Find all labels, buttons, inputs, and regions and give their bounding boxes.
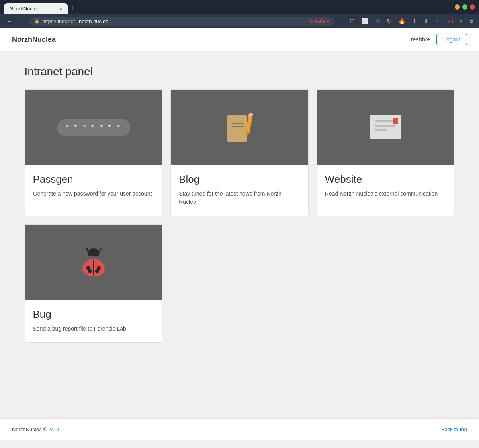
fire-icon[interactable]: 🔥 — [397, 17, 407, 25]
blog-card-body: Blog Stay tuned for the latest news from… — [171, 165, 308, 216]
passgen-card-title: Passgen — [33, 173, 154, 186]
user-name: reahbre — [411, 36, 430, 43]
active-tab[interactable]: NorzhNuclea × — [4, 3, 68, 14]
blog-card-title: Blog — [179, 173, 300, 186]
antenna-dot-right — [99, 248, 102, 250]
unsafe-badge: Unsafe ● — [310, 18, 329, 24]
bug-card-body: Bug Send a bug report file to Forensic L… — [25, 300, 162, 342]
password-display: * * * * * * * — [57, 119, 130, 136]
passgen-card[interactable]: * * * * * * * Passgen Generate a new pas… — [25, 89, 163, 216]
ladybug-spot-4 — [95, 269, 99, 273]
site-footer: NorzhNuclea © v0.1 Back to top — [0, 418, 479, 440]
back-button[interactable]: ← — [4, 16, 14, 26]
window-controls — [455, 4, 475, 12]
env-line-2 — [375, 125, 396, 127]
browser-tabs: NorzhNuclea × + — [4, 2, 453, 14]
download-icon[interactable]: ⬇ — [422, 17, 430, 25]
tab-title: NorzhNuclea — [10, 6, 39, 12]
bug-card-title: Bug — [33, 308, 154, 321]
bug-card-desc: Send a bug report file to Forensic Lab — [33, 325, 154, 333]
share-icon[interactable]: ⬆ — [411, 17, 419, 25]
skype-icon[interactable]: S — [458, 17, 465, 25]
blog-card-image — [171, 90, 308, 165]
blog-card-desc: Stay tuned for the latest news from Norz… — [179, 190, 300, 206]
website-card-desc: Read Norzh Nuclea's external communicati… — [325, 190, 446, 198]
header-right: reahbre Logout — [411, 34, 467, 45]
page-title: Intranet panel — [25, 65, 455, 78]
new-tab-button[interactable]: + — [68, 2, 78, 14]
logout-button[interactable]: Logout — [436, 34, 467, 45]
url-prefix: https://intranet. — [42, 18, 76, 24]
forward-button[interactable]: → — [17, 16, 27, 26]
menu-icon[interactable]: ≡ — [468, 17, 475, 25]
blog-card[interactable]: Blog Stay tuned for the latest news from… — [170, 89, 309, 216]
home-icon[interactable]: ⌂ — [434, 17, 440, 25]
more-button[interactable]: ··· — [337, 17, 345, 25]
maximize-button[interactable] — [462, 4, 467, 10]
footer-copyright: NorzhNuclea © v0.1 — [12, 426, 60, 432]
browser-toolbar: ← → 🔒 https://intranet.norzh.nuclea Unsa… — [0, 14, 479, 28]
url-domain: norzh.nuclea — [79, 18, 108, 24]
logo-bold: Nuclea — [32, 35, 56, 43]
website-card-image — [317, 90, 454, 165]
cards-grid-row2: Bug Send a bug report file to Forensic L… — [25, 224, 455, 343]
site-header: NorzhNuclea reahbre Logout — [0, 28, 479, 51]
ladybug-body — [82, 259, 105, 276]
site-logo: NorzhNuclea — [12, 35, 56, 44]
ladybug-spot-3 — [88, 269, 92, 273]
extension-icon[interactable]: uD — [444, 17, 455, 25]
browser-chrome: NorzhNuclea × + ← → 🔒 https://intranet.n… — [0, 0, 479, 28]
unsafe-label: Unsafe — [310, 18, 325, 24]
main-content: Intranet panel * * * * * * * Passgen Gen… — [13, 51, 467, 418]
address-bar[interactable]: 🔒 https://intranet.norzh.nuclea Unsafe ● — [29, 17, 334, 26]
refresh-icon[interactable]: ↻ — [385, 17, 393, 25]
bug-card-image — [25, 225, 162, 300]
minimize-button[interactable] — [455, 4, 460, 10]
lock-icon: 🔒 — [34, 19, 40, 24]
envelope-stamp — [393, 118, 398, 124]
cards-grid-row1: * * * * * * * Passgen Generate a new pas… — [25, 89, 455, 216]
page-wrapper: NorzhNuclea reahbre Logout Intranet pane… — [0, 28, 479, 440]
ladybug-head — [88, 248, 99, 256]
website-card-body: Website Read Norzh Nuclea's external com… — [317, 165, 454, 207]
antenna-dot-left — [86, 248, 88, 250]
passgen-card-desc: Generate a new password for your user ac… — [33, 190, 154, 198]
footer-copyright-text: NorzhNuclea © — [12, 426, 47, 432]
website-card-title: Website — [325, 173, 446, 186]
ladybug-icon — [80, 248, 108, 276]
screenshot-icon[interactable]: ⬜ — [360, 17, 370, 25]
passgen-card-body: Passgen Generate a new password for your… — [25, 165, 162, 207]
close-button[interactable] — [470, 4, 475, 10]
logo-normal: Norzh — [12, 35, 32, 43]
reader-icon[interactable]: ⊡ — [348, 17, 356, 25]
back-to-top-link[interactable]: Back to top — [441, 426, 467, 432]
passgen-card-image: * * * * * * * — [25, 90, 162, 165]
env-line-3 — [375, 129, 387, 131]
bug-card[interactable]: Bug Send a bug report file to Forensic L… — [25, 224, 163, 343]
footer-version-link[interactable]: v0.1 — [50, 426, 60, 432]
bookmark-icon[interactable]: ☆ — [373, 17, 382, 25]
envelope-icon — [370, 115, 401, 139]
browser-titlebar: NorzhNuclea × + — [0, 0, 479, 14]
toolbar-icons: ··· ⊡ ⬜ ☆ ↻ 🔥 ⬆ ⬇ ⌂ uD S ≡ — [337, 17, 475, 25]
tab-close-button[interactable]: × — [60, 6, 62, 11]
website-card[interactable]: Website Read Norzh Nuclea's external com… — [317, 89, 455, 216]
blog-icon — [227, 113, 251, 142]
ladybug-center-line — [93, 260, 94, 275]
